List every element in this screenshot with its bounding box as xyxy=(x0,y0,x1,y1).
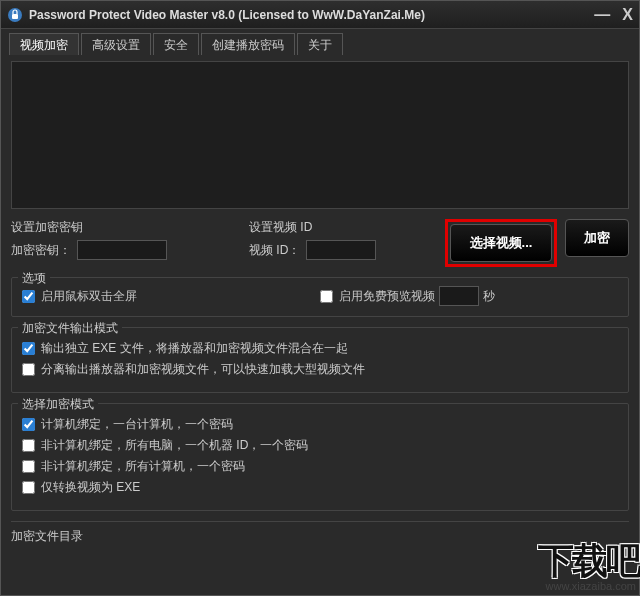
minimize-button[interactable]: — xyxy=(594,6,610,24)
app-icon xyxy=(7,7,23,23)
free-preview-checkbox[interactable] xyxy=(320,290,333,303)
mode-exe-only-checkbox[interactable] xyxy=(22,481,35,494)
encrypt-button[interactable]: 加密 xyxy=(565,219,629,257)
mode-computer-bind-label: 计算机绑定，一台计算机，一个密码 xyxy=(41,416,233,433)
close-button[interactable]: X xyxy=(622,6,633,24)
output-single-exe-checkbox[interactable] xyxy=(22,342,35,355)
output-dir-label: 加密文件目录 xyxy=(11,521,629,545)
tab-security[interactable]: 安全 xyxy=(153,33,199,55)
mode-all-computers-label: 非计算机绑定，所有计算机，一个密码 xyxy=(41,458,245,475)
key-label: 加密密钥： xyxy=(11,242,71,259)
app-window: Password Protect Video Master v8.0 (Lice… xyxy=(0,0,640,596)
select-video-highlight: 选择视频... xyxy=(445,219,557,267)
free-preview-label: 启用免费预览视频 xyxy=(339,288,435,305)
encrypt-mode-legend: 选择加密模式 xyxy=(18,396,98,413)
mode-machineid-checkbox[interactable] xyxy=(22,439,35,452)
select-video-button[interactable]: 选择视频... xyxy=(450,224,552,262)
key-header: 设置加密密钥 xyxy=(11,219,241,236)
tab-video-encrypt[interactable]: 视频加密 xyxy=(9,33,79,55)
tab-advanced[interactable]: 高级设置 xyxy=(81,33,151,55)
videoid-header: 设置视频 ID xyxy=(249,219,399,236)
mode-all-computers-checkbox[interactable] xyxy=(22,460,35,473)
output-separate-label: 分离输出播放器和加密视频文件，可以快速加载大型视频文件 xyxy=(41,361,365,378)
videoid-label: 视频 ID： xyxy=(249,242,300,259)
options-fieldset: 选项 启用鼠标双击全屏 启用免费预览视频 秒 xyxy=(11,277,629,317)
window-title: Password Protect Video Master v8.0 (Lice… xyxy=(29,8,594,22)
videoid-input[interactable] xyxy=(306,240,376,260)
output-single-exe-label: 输出独立 EXE 文件，将播放器和加密视频文件混合在一起 xyxy=(41,340,348,357)
key-input[interactable] xyxy=(77,240,167,260)
titlebar[interactable]: Password Protect Video Master v8.0 (Lice… xyxy=(1,1,639,29)
dblclick-fullscreen-checkbox[interactable] xyxy=(22,290,35,303)
output-mode-fieldset: 加密文件输出模式 输出独立 EXE 文件，将播放器和加密视频文件混合在一起 分离… xyxy=(11,327,629,393)
svg-rect-1 xyxy=(12,14,18,19)
tab-create-password[interactable]: 创建播放密码 xyxy=(201,33,295,55)
preview-seconds-input[interactable] xyxy=(439,286,479,306)
content-area: 设置加密密钥 加密密钥： 设置视频 ID 视频 ID： 选择视频... 加密 xyxy=(1,55,639,555)
options-legend: 选项 xyxy=(18,270,50,287)
encrypt-mode-fieldset: 选择加密模式 计算机绑定，一台计算机，一个密码 非计算机绑定，所有电脑，一个机器… xyxy=(11,403,629,511)
video-preview-area xyxy=(11,61,629,209)
tab-about[interactable]: 关于 xyxy=(297,33,343,55)
seconds-unit: 秒 xyxy=(483,288,495,305)
output-separate-checkbox[interactable] xyxy=(22,363,35,376)
mode-machineid-label: 非计算机绑定，所有电脑，一个机器 ID，一个密码 xyxy=(41,437,308,454)
tab-bar: 视频加密 高级设置 安全 创建播放密码 关于 xyxy=(1,29,639,55)
output-mode-legend: 加密文件输出模式 xyxy=(18,320,122,337)
mode-exe-only-label: 仅转换视频为 EXE xyxy=(41,479,140,496)
dblclick-label: 启用鼠标双击全屏 xyxy=(41,288,137,305)
mode-computer-bind-checkbox[interactable] xyxy=(22,418,35,431)
